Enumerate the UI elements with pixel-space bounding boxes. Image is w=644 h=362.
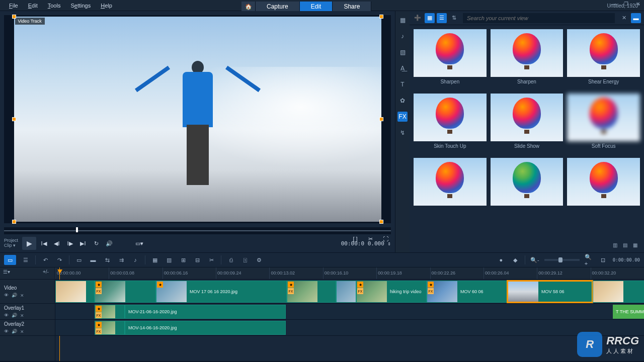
tab-capture[interactable]: Capture xyxy=(256,2,300,12)
menu-file[interactable]: FFileile xyxy=(4,1,23,10)
fx-thumbnail[interactable] xyxy=(491,158,564,218)
aspect-tool-icon[interactable]: ▭▾ xyxy=(134,238,145,249)
timeline-clip[interactable]: ★FXhiking trip video xyxy=(356,281,427,303)
preview-canvas[interactable]: Video Track xyxy=(4,15,391,223)
fx-thumbnail[interactable]: Slide Show xyxy=(491,94,564,154)
resize-handle[interactable] xyxy=(12,15,16,19)
timeline-playhead[interactable] xyxy=(55,267,61,280)
graphics-category-icon[interactable]: ✿ xyxy=(397,96,408,106)
volume-button[interactable]: 🔊 xyxy=(104,238,115,249)
transitions-category-icon[interactable]: ▧ xyxy=(397,47,408,57)
lock-icon[interactable]: ⨯ xyxy=(20,293,24,298)
go-end-button[interactable]: ▶I xyxy=(77,238,89,249)
tool-icon[interactable]: ⍐ xyxy=(240,255,250,264)
storyboard-view-icon[interactable]: ▭ xyxy=(4,255,16,265)
timeline-view-icon[interactable]: ☰ xyxy=(21,255,30,264)
lib-view1-icon[interactable]: ▥ xyxy=(613,242,621,250)
tool-icon[interactable]: ⎙ xyxy=(226,255,235,264)
fit-project-icon[interactable]: ⊡ xyxy=(599,255,608,264)
timeline-clip[interactable] xyxy=(593,281,644,303)
video-preview-frame[interactable]: Video Track xyxy=(14,17,381,222)
play-button[interactable]: ▶ xyxy=(22,237,36,250)
timeline-clip[interactable]: ★FXMOV 60 06 xyxy=(427,281,507,303)
tool-icon[interactable]: ▭ xyxy=(74,255,84,264)
resize-handle[interactable] xyxy=(12,220,16,224)
preview-playhead[interactable] xyxy=(74,227,79,234)
tab-edit[interactable]: Edit xyxy=(300,2,333,12)
lib-view3-icon[interactable]: ▦ xyxy=(633,242,641,250)
go-start-button[interactable]: I◀ xyxy=(38,238,49,249)
timeline-tracks-area[interactable]: 00:00:00.0000:00:03.0800:00:06.1600:00:0… xyxy=(55,267,644,361)
view-thumb-icon[interactable]: ▦ xyxy=(425,13,435,23)
resize-handle[interactable] xyxy=(379,15,383,19)
lib-view2-icon[interactable]: ▤ xyxy=(623,242,631,250)
titles-category-icon[interactable]: A͟ xyxy=(397,63,408,73)
menu-settings[interactable]: Settings xyxy=(65,1,96,10)
view-list-icon[interactable]: ☰ xyxy=(437,13,447,23)
playback-mode-label[interactable]: ProjectClip ▾ xyxy=(4,238,18,248)
lock-icon[interactable]: ⨯ xyxy=(20,313,24,318)
library-search-input[interactable] xyxy=(463,13,615,23)
tool-icon[interactable]: ♪ xyxy=(131,255,140,264)
overlay1-track-header[interactable]: Overlay1 👁🔊⨯ xyxy=(0,304,55,320)
visibility-icon[interactable]: 👁 xyxy=(4,329,9,334)
visibility-icon[interactable]: 👁 xyxy=(4,313,9,318)
timecode-display[interactable]: 0:00:00.00 xyxy=(613,255,640,264)
visibility-icon[interactable]: 👁 xyxy=(4,293,9,298)
prev-frame-button[interactable]: ◀I xyxy=(51,238,62,249)
tool-icon[interactable]: ▥ xyxy=(165,255,174,264)
mute-icon[interactable]: 🔊 xyxy=(12,329,17,334)
overlay1-track[interactable]: T THE SUMMIT ★FXMOV-21-06-16-2020.jpg xyxy=(55,304,644,320)
media-category-icon[interactable]: ▦ xyxy=(397,15,408,25)
timeline-clip[interactable] xyxy=(336,281,356,303)
fx-thumbnail[interactable]: Sharpen xyxy=(414,29,487,89)
audio-category-icon[interactable]: ♪ xyxy=(397,31,408,41)
resize-handle[interactable] xyxy=(12,117,16,121)
timeline-clip[interactable]: ★FX xyxy=(95,281,156,303)
tab-share[interactable]: Share xyxy=(333,2,371,12)
tool-icon[interactable]: ⊟ xyxy=(193,255,202,264)
fx-thumbnail[interactable]: Sharpen xyxy=(491,29,564,89)
marker-tool-icon[interactable]: [ ] xyxy=(350,233,361,244)
tool-icon[interactable]: ✂ xyxy=(207,255,216,264)
split-tool-icon[interactable]: ✂ xyxy=(365,233,376,244)
add-media-icon[interactable]: ➕ xyxy=(413,13,423,23)
zoom-out-icon[interactable]: 🔍- xyxy=(530,255,539,264)
video-track[interactable]: ★FX★MOV 17 06 16 2020.jpg★FX★FXhiking tr… xyxy=(55,280,644,304)
fx-thumbnail[interactable]: Shear Energy xyxy=(567,29,640,89)
timeline-clip[interactable] xyxy=(55,281,95,303)
sort-icon[interactable]: ⇅ xyxy=(449,13,459,23)
paths-category-icon[interactable]: ↯ xyxy=(397,128,408,138)
timeline-clip[interactable]: ★FX xyxy=(95,321,125,335)
fx-thumbnail[interactable]: Soft Focus xyxy=(567,94,640,154)
fx-thumbnail[interactable]: Skin Touch Up xyxy=(414,94,487,154)
tool-icon[interactable]: ⇉ xyxy=(117,255,126,264)
video-track-header[interactable]: Video 👁🔊⨯ xyxy=(0,280,55,304)
fx-thumbnail[interactable] xyxy=(567,158,640,218)
panel-toggle-icon[interactable]: ▬ xyxy=(631,13,641,23)
title-clip[interactable]: T THE SUMMIT xyxy=(613,305,644,319)
redo-icon[interactable]: ↷ xyxy=(55,255,64,264)
mute-icon[interactable]: 🔊 xyxy=(12,313,17,318)
lock-icon[interactable]: ⨯ xyxy=(20,329,24,334)
fx-category-icon[interactable]: FX xyxy=(397,112,408,122)
clear-search-icon[interactable]: ✕ xyxy=(619,13,629,23)
preview-seekbar[interactable] xyxy=(4,227,391,234)
menu-tools[interactable]: Tools xyxy=(43,1,66,10)
timeline-clip[interactable]: MOV 58 06 xyxy=(507,281,593,303)
marker-icon[interactable]: ◆ xyxy=(511,255,520,264)
timeline-clip[interactable]: ★FX xyxy=(287,281,336,303)
loop-button[interactable]: ↻ xyxy=(91,238,102,249)
resize-handle[interactable] xyxy=(379,117,383,121)
timeline-clip[interactable]: MOV-14-06-16-2020.jpg xyxy=(125,321,286,335)
resize-handle[interactable] xyxy=(379,220,383,224)
overlay2-track-header[interactable]: Overlay2 👁🔊⨯ xyxy=(0,320,55,336)
zoom-slider[interactable] xyxy=(544,259,580,261)
timeline-clip[interactable]: ★MOV 17 06 16 2020.jpg xyxy=(156,281,287,303)
timeline-ruler[interactable]: 00:00:00.0000:00:03.0800:00:06.1600:00:0… xyxy=(55,267,644,280)
menu-help[interactable]: Help xyxy=(96,1,117,10)
timeline-clip[interactable]: MOV-21-06-16-2020.jpg xyxy=(125,305,286,319)
next-frame-button[interactable]: I▶ xyxy=(64,238,75,249)
tool-icon[interactable]: ▦ xyxy=(150,255,159,264)
tool-icon[interactable]: ⇆ xyxy=(103,255,112,264)
